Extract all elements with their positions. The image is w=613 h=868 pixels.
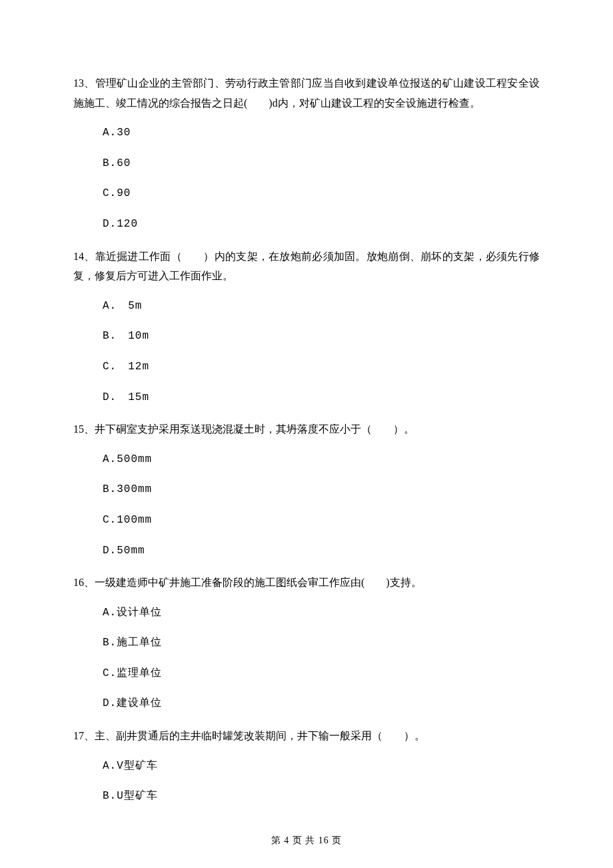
- option-c: C. 12m: [73, 359, 540, 376]
- option-b: B.U型矿车: [73, 788, 540, 805]
- option-a: A.500mm: [73, 451, 540, 469]
- question-number: 15、: [73, 423, 95, 435]
- option-c: C.90: [73, 185, 540, 203]
- option-b: B. 10m: [73, 328, 540, 345]
- question-number: 16、: [73, 577, 95, 588]
- question-16: 16、一级建造师中矿井施工准备阶段的施工图纸会审工作应由( )支持。 A.设计单…: [73, 573, 540, 713]
- question-13: 13、管理矿山企业的主管部门、劳动行政主管部门应当自收到建设单位报送的矿山建设工…: [73, 73, 540, 233]
- question-text: 14、靠近掘进工作面（ ）内的支架，在放炮前必须加固。放炮崩倒、崩坏的支架，必须…: [73, 247, 540, 286]
- option-a: A. 5m: [73, 298, 540, 315]
- option-c: C.监理单位: [73, 665, 540, 683]
- option-c: C.100mm: [73, 512, 540, 529]
- question-number: 14、: [73, 251, 95, 262]
- question-body: 管理矿山企业的主管部门、劳动行政主管部门应当自收到建设单位报送的矿山建设工程安全…: [73, 77, 540, 109]
- question-14: 14、靠近掘进工作面（ ）内的支架，在放炮前必须加固。放炮崩倒、崩坏的支架，必须…: [73, 247, 540, 407]
- option-a: A.V型矿车: [73, 758, 540, 775]
- option-d: D.建设单位: [73, 695, 540, 713]
- option-d: D. 15m: [73, 389, 540, 407]
- option-d: D.50mm: [73, 543, 540, 560]
- question-body: 主、副井贯通后的主井临时罐笼改装期间，井下输一般采用（ ）。: [95, 730, 425, 741]
- question-15: 15、井下硐室支护采用泵送现浇混凝土时，其坍落度不应小于（ ）。 A.500mm…: [73, 419, 540, 559]
- question-17: 17、主、副井贯通后的主井临时罐笼改装期间，井下输一般采用（ ）。 A.V型矿车…: [73, 726, 540, 805]
- page-footer: 第 4 页 共 16 页: [0, 833, 613, 848]
- question-text: 15、井下硐室支护采用泵送现浇混凝土时，其坍落度不应小于（ ）。: [73, 419, 540, 439]
- option-b: B.施工单位: [73, 635, 540, 652]
- option-b: B.300mm: [73, 481, 540, 499]
- option-a: A.设计单位: [73, 605, 540, 622]
- question-text: 13、管理矿山企业的主管部门、劳动行政主管部门应当自收到建设单位报送的矿山建设工…: [73, 73, 540, 113]
- question-body: 靠近掘进工作面（ ）内的支架，在放炮前必须加固。放炮崩倒、崩坏的支架，必须先行修…: [73, 251, 540, 282]
- question-text: 16、一级建造师中矿井施工准备阶段的施工图纸会审工作应由( )支持。: [73, 573, 540, 593]
- option-d: D.120: [73, 216, 540, 233]
- option-a: A.30: [73, 125, 540, 142]
- option-b: B.60: [73, 155, 540, 173]
- question-body: 一级建造师中矿井施工准备阶段的施工图纸会审工作应由( )支持。: [95, 577, 422, 588]
- question-number: 17、: [73, 730, 95, 741]
- question-number: 13、: [73, 77, 95, 89]
- question-text: 17、主、副井贯通后的主井临时罐笼改装期间，井下输一般采用（ ）。: [73, 726, 540, 746]
- question-body: 井下硐室支护采用泵送现浇混凝土时，其坍落度不应小于（ ）。: [95, 423, 414, 435]
